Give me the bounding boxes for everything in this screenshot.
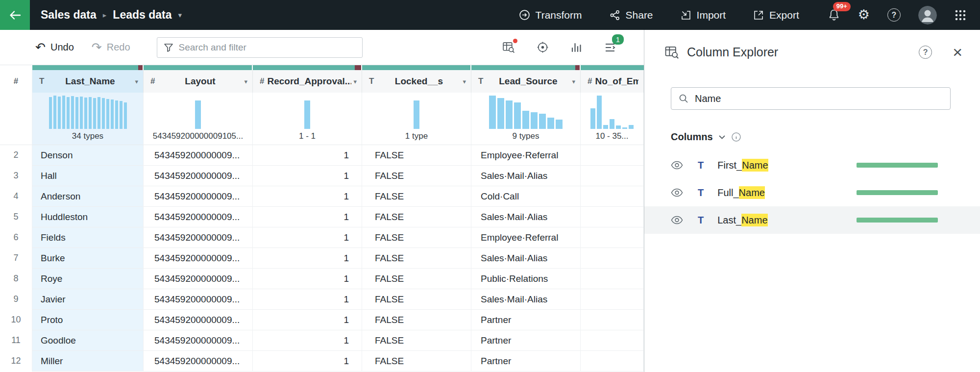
cell-layout[interactable]: 543459200000009...: [144, 186, 253, 207]
row-number[interactable]: 10: [0, 310, 32, 330]
applied-steps-button[interactable]: 1: [604, 42, 616, 53]
cell-lead-source[interactable]: Sales·Mail·Alias: [471, 207, 581, 227]
breadcrumb-current[interactable]: Leads data: [113, 8, 172, 22]
cell-lead-source[interactable]: Employee·Referral: [471, 227, 581, 248]
column-header-layout[interactable]: # Layout ▾: [144, 70, 253, 93]
histogram-lead-source[interactable]: 9 types: [471, 93, 581, 145]
apps-grid-button[interactable]: [955, 9, 966, 21]
chevron-down-icon[interactable]: ▾: [572, 78, 575, 85]
cell-lead-source[interactable]: Sales·Mail·Alias: [471, 166, 581, 186]
cell-last-name[interactable]: Miller: [32, 351, 144, 372]
cell-locked[interactable]: FALSE: [362, 351, 471, 372]
row-number[interactable]: 3: [0, 166, 32, 186]
cell-last-name[interactable]: Fields: [32, 227, 144, 248]
cell-last-name[interactable]: Anderson: [32, 186, 144, 207]
search-input[interactable]: [179, 42, 356, 53]
eye-icon[interactable]: [671, 216, 683, 224]
cell-locked[interactable]: FALSE: [362, 248, 471, 269]
cell-lead-source[interactable]: Cold·Call: [471, 186, 581, 207]
chevron-down-icon[interactable]: ▾: [178, 11, 182, 20]
cell-layout[interactable]: 543459200000009...: [144, 248, 253, 269]
chevron-down-icon[interactable]: ▾: [135, 78, 138, 85]
help-button[interactable]: ?: [887, 8, 901, 22]
column-search-box[interactable]: [671, 87, 951, 110]
cell-locked[interactable]: FALSE: [362, 145, 471, 166]
column-item-first-name[interactable]: T First_Name: [644, 151, 980, 179]
cell-lead-source[interactable]: Employee·Referral: [471, 145, 581, 166]
avatar[interactable]: [918, 6, 937, 25]
cell-last-name[interactable]: Huddleston: [32, 207, 144, 227]
cell-record-approval[interactable]: 1: [253, 310, 362, 330]
cluster-button[interactable]: [537, 41, 549, 53]
cell-record-approval[interactable]: 1: [253, 248, 362, 269]
cell-locked[interactable]: FALSE: [362, 310, 471, 330]
cell-lead-source[interactable]: Public·Relations: [471, 269, 581, 289]
cell-locked[interactable]: FALSE: [362, 269, 471, 289]
cell-locked[interactable]: FALSE: [362, 166, 471, 186]
chevron-down-icon[interactable]: ▾: [244, 78, 247, 85]
row-number[interactable]: 12: [0, 351, 32, 372]
cell-record-approval[interactable]: 1: [253, 145, 362, 166]
column-header-lead-source[interactable]: T Lead_Source ▾: [471, 70, 581, 93]
cell-layout[interactable]: 543459200000009...: [144, 145, 253, 166]
breadcrumb-parent[interactable]: Sales data: [41, 8, 97, 22]
cell-layout[interactable]: 543459200000009...: [144, 227, 253, 248]
cell-last-name[interactable]: Roye: [32, 269, 144, 289]
row-number[interactable]: 7: [0, 248, 32, 269]
cell-record-approval[interactable]: 1: [253, 330, 362, 351]
cell-record-approval[interactable]: 1: [253, 351, 362, 372]
cell-last-name[interactable]: Hall: [32, 166, 144, 186]
column-header-locked[interactable]: T Locked__s ▾: [362, 70, 471, 93]
column-search-input[interactable]: [695, 93, 943, 104]
profile-button[interactable]: [570, 42, 582, 53]
import-button[interactable]: Import: [681, 9, 726, 21]
cell-layout[interactable]: 543459200000009...: [144, 351, 253, 372]
cell-lead-source[interactable]: Sales·Mail·Alias: [471, 289, 581, 310]
info-icon[interactable]: [731, 132, 741, 142]
column-header-last-name[interactable]: T Last_Name ▾: [32, 70, 144, 93]
row-number[interactable]: 6: [0, 227, 32, 248]
export-button[interactable]: Export: [753, 9, 799, 21]
histogram-record-approval[interactable]: 1 - 1: [253, 93, 362, 145]
notifications-button[interactable]: 99+: [828, 8, 840, 22]
transform-button[interactable]: Transform: [519, 9, 582, 21]
cell-record-approval[interactable]: 1: [253, 186, 362, 207]
row-number[interactable]: 9: [0, 289, 32, 310]
chevron-down-icon[interactable]: [718, 135, 726, 140]
cell-last-name[interactable]: Denson: [32, 145, 144, 166]
row-number[interactable]: 4: [0, 186, 32, 207]
column-header-no-of-em[interactable]: # No_of_Em...: [581, 70, 644, 93]
cell-layout[interactable]: 543459200000009...: [144, 207, 253, 227]
histogram-no-of-em[interactable]: 10 - 35...: [581, 93, 644, 145]
cell-layout[interactable]: 543459200000009...: [144, 289, 253, 310]
cell-locked[interactable]: FALSE: [362, 330, 471, 351]
cell-last-name[interactable]: Proto: [32, 310, 144, 330]
cell-lead-source[interactable]: Partner: [471, 351, 581, 372]
eye-icon[interactable]: [671, 161, 683, 170]
chevron-down-icon[interactable]: ▾: [463, 78, 466, 85]
chevron-down-icon[interactable]: ▾: [353, 78, 357, 85]
cell-locked[interactable]: FALSE: [362, 289, 471, 310]
histogram-locked[interactable]: 1 type: [362, 93, 471, 145]
cell-lead-source[interactable]: Sales·Mail·Alias: [471, 248, 581, 269]
row-number[interactable]: 8: [0, 269, 32, 289]
column-header-record-approval[interactable]: # Record_Approval... ▾: [253, 70, 362, 93]
cell-locked[interactable]: FALSE: [362, 227, 471, 248]
search-filter-box[interactable]: [157, 37, 363, 58]
panel-close-button[interactable]: ×: [953, 46, 962, 59]
cell-record-approval[interactable]: 1: [253, 166, 362, 186]
cell-locked[interactable]: FALSE: [362, 207, 471, 227]
cell-locked[interactable]: FALSE: [362, 186, 471, 207]
histogram-layout[interactable]: 543459200000009105...: [144, 93, 253, 145]
cell-record-approval[interactable]: 1: [253, 207, 362, 227]
histogram-last-name[interactable]: 34 types: [32, 93, 144, 145]
undo-button[interactable]: ↶ Undo: [35, 41, 74, 53]
row-number[interactable]: 11: [0, 330, 32, 351]
share-button[interactable]: Share: [610, 9, 653, 21]
back-button[interactable]: [0, 0, 30, 30]
cell-lead-source[interactable]: Partner: [471, 330, 581, 351]
row-number[interactable]: 5: [0, 207, 32, 227]
settings-button[interactable]: ⚙: [858, 8, 870, 22]
column-item-full-name[interactable]: T Full_Name: [644, 179, 980, 206]
panel-help-button[interactable]: ?: [919, 46, 932, 59]
